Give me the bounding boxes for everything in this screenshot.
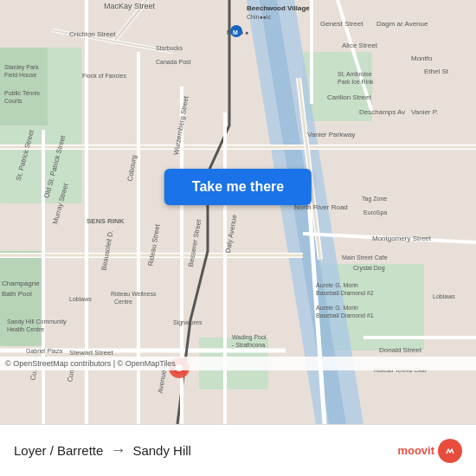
- svg-text:Gabriel Plaza: Gabriel Plaza: [26, 348, 62, 354]
- svg-text:Baseball Diamond #1: Baseball Diamond #1: [316, 312, 374, 318]
- svg-text:Main Street Cafe: Main Street Cafe: [342, 254, 388, 261]
- moovit-brand-text: moovit: [397, 444, 434, 457]
- svg-text:Flock of Fancies: Flock of Fancies: [82, 73, 126, 79]
- svg-text:Baseball Diamond #2: Baseball Diamond #2: [316, 290, 374, 296]
- svg-text:Park Ice Rink: Park Ice Rink: [338, 79, 374, 85]
- svg-text:Montgomery Street: Montgomery Street: [372, 235, 432, 242]
- svg-text:Aurele G. Morin: Aurele G. Morin: [316, 282, 358, 288]
- take-me-there-button[interactable]: Take me there: [164, 169, 312, 205]
- svg-text:- Strathcona: - Strathcona: [232, 342, 265, 348]
- svg-text:Stewart Street: Stewart Street: [69, 349, 113, 357]
- svg-rect-2: [0, 48, 48, 125]
- svg-text:Crystal Dog: Crystal Dog: [353, 265, 385, 272]
- svg-text:Carillon Street: Carillon Street: [327, 93, 371, 101]
- svg-text:Donald Street: Donald Street: [379, 346, 422, 354]
- svg-text:MacKay Street: MacKay Street: [104, 2, 156, 10]
- svg-text:Canada Post: Canada Post: [156, 59, 191, 65]
- svg-text:Aurele G. Morin: Aurele G. Morin: [316, 305, 358, 311]
- route-from-label: Loyer / Barrette: [14, 443, 103, 458]
- svg-text:Wading Pool: Wading Pool: [232, 334, 267, 341]
- svg-text:Sandy Hill Community: Sandy Hill Community: [7, 318, 67, 325]
- svg-point-96: [442, 443, 458, 459]
- route-arrow-icon: →: [110, 441, 125, 460]
- svg-text:Tag Zone: Tag Zone: [362, 196, 387, 203]
- svg-text:Chin●●ic: Chin●●ic: [247, 14, 271, 20]
- svg-text:Starbucks: Starbucks: [156, 45, 183, 51]
- svg-text:Beechwood Village: Beechwood Village: [247, 4, 310, 12]
- svg-text:Dagm ar Avenue: Dagm ar Avenue: [376, 20, 428, 28]
- svg-text:Signatures: Signatures: [173, 319, 203, 326]
- svg-text:Deschamps Av: Deschamps Av: [359, 108, 405, 116]
- svg-text:Stanley Park: Stanley Park: [4, 64, 39, 71]
- svg-text:Centre: Centre: [114, 299, 132, 305]
- svg-text:Vanier P.: Vanier P.: [411, 108, 438, 116]
- moovit-logo-icon: [438, 439, 462, 463]
- copyright-text: © OpenStreetMap contributors | © OpenMap…: [0, 357, 476, 370]
- svg-text:Ethel St: Ethel St: [424, 68, 449, 75]
- svg-text:Crichton Street: Crichton Street: [69, 30, 116, 38]
- svg-text:Rideau Wellness: Rideau Wellness: [111, 291, 157, 297]
- svg-text:M: M: [233, 29, 238, 35]
- svg-text:SENS RINK: SENS RINK: [87, 217, 125, 225]
- svg-text:Vanier Parkway: Vanier Parkway: [307, 131, 355, 138]
- svg-text:Champagne: Champagne: [2, 280, 40, 287]
- moovit-logo: moovit: [397, 439, 462, 463]
- svg-text:St. Ambroise: St. Ambroise: [338, 71, 372, 77]
- bottom-bar: Loyer / Barrette → Sandy Hill moovit: [0, 424, 476, 476]
- svg-text:Alice Street: Alice Street: [342, 42, 378, 49]
- svg-text:Loblaws: Loblaws: [69, 296, 92, 302]
- svg-text:Bath Pool: Bath Pool: [2, 290, 32, 298]
- svg-text:Genest Street: Genest Street: [320, 20, 363, 28]
- svg-text:Montfo: Montfo: [411, 55, 433, 62]
- svg-text:Health Centre: Health Centre: [7, 326, 44, 332]
- svg-text:Field House: Field House: [4, 72, 36, 78]
- svg-text:Courts: Courts: [4, 98, 23, 104]
- svg-text:EuroSpa: EuroSpa: [363, 209, 387, 216]
- svg-text:Public Tennis: Public Tennis: [4, 90, 41, 96]
- route-to-label: Sandy Hill: [132, 443, 397, 458]
- svg-text:Loblaws: Loblaws: [433, 293, 455, 299]
- map-container: MacKay Street Crichton Street Beechwood …: [0, 0, 476, 424]
